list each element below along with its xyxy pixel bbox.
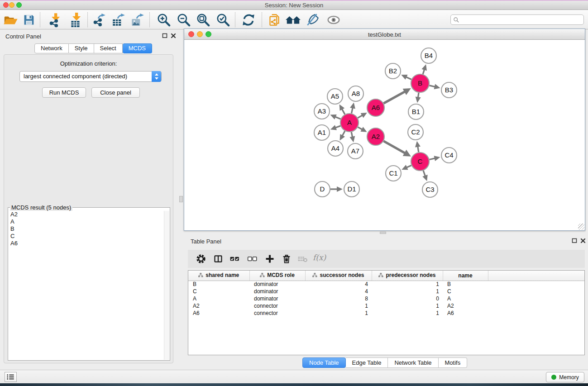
close-panel-button[interactable] bbox=[170, 33, 177, 39]
function-builder-button[interactable]: f(x) bbox=[313, 253, 326, 262]
horizontal-splitter-grip[interactable] bbox=[380, 232, 386, 234]
zoom-out-button[interactable] bbox=[176, 12, 192, 28]
graph-edge-A6-B[interactable] bbox=[384, 91, 406, 103]
column-header-name[interactable]: name bbox=[443, 271, 488, 281]
graph-node-C4[interactable]: C4 bbox=[441, 148, 457, 163]
table-row[interactable]: Bdominator41B bbox=[188, 281, 584, 288]
memory-button[interactable]: Memory bbox=[546, 372, 584, 382]
new-session-from-selection-button[interactable] bbox=[266, 12, 282, 28]
export-image-button[interactable] bbox=[129, 12, 146, 28]
graph-node-B[interactable]: B bbox=[411, 74, 429, 92]
refresh-view-button[interactable] bbox=[240, 12, 257, 28]
toolbar-separator bbox=[40, 12, 40, 27]
tab-select[interactable]: Select bbox=[94, 43, 123, 53]
deselect-all-checkboxes-button[interactable] bbox=[245, 252, 259, 266]
graph-node-B1[interactable]: B1 bbox=[408, 104, 424, 119]
graph-node-D1[interactable]: D1 bbox=[344, 181, 359, 197]
graph-edge-A-A3[interactable] bbox=[335, 117, 341, 119]
graph-edge-B-B2[interactable] bbox=[406, 77, 411, 80]
close-table-panel-button[interactable] bbox=[579, 238, 586, 244]
tab-mcds[interactable]: MCDS bbox=[123, 43, 152, 53]
import-network-button[interactable] bbox=[47, 12, 63, 28]
show-task-history-button[interactable] bbox=[5, 372, 17, 382]
network-graph[interactable]: B4B2BB3A5A8A6B1A3AC2A1A2A4A7C4CC1C3DD1 bbox=[184, 40, 585, 230]
graph-edge-B-B3[interactable] bbox=[429, 86, 435, 87]
graph-edge-A-A8[interactable] bbox=[351, 107, 353, 113]
graph-node-A2[interactable]: A2 bbox=[367, 128, 384, 145]
zoom-selected-button[interactable] bbox=[215, 12, 231, 28]
graph-node-A7[interactable]: A7 bbox=[348, 143, 363, 159]
column-header-predecessor-nodes[interactable]: predecessor nodes bbox=[372, 271, 443, 281]
zoom-fit-button[interactable] bbox=[195, 12, 211, 28]
graph-node-D[interactable]: D bbox=[315, 181, 330, 197]
delete-columns-button[interactable] bbox=[280, 252, 293, 266]
export-network-button[interactable] bbox=[91, 12, 107, 28]
graph-node-C3[interactable]: C3 bbox=[422, 182, 438, 197]
save-session-button[interactable] bbox=[21, 12, 37, 28]
network-canvas[interactable]: B4B2BB3A5A8A6B1A3AC2A1A2A4A7C4CC1C3DD1 bbox=[184, 40, 585, 230]
search-input[interactable] bbox=[459, 17, 583, 23]
export-table-button[interactable] bbox=[110, 12, 127, 28]
graph-node-B4[interactable]: B4 bbox=[421, 48, 436, 63]
add-column-button[interactable] bbox=[263, 252, 277, 266]
float-table-panel-button[interactable] bbox=[571, 238, 578, 244]
tab-style[interactable]: Style bbox=[69, 43, 94, 53]
graph-edge-A2-C[interactable] bbox=[383, 141, 405, 153]
float-panel-button[interactable] bbox=[161, 33, 168, 39]
table-row[interactable]: A2connector11A2 bbox=[188, 302, 584, 310]
graph-edge-C-C2[interactable] bbox=[418, 146, 419, 152]
window-resize-grip[interactable] bbox=[578, 224, 584, 230]
tab-network[interactable]: Network bbox=[34, 43, 69, 53]
graph-node-C[interactable]: C bbox=[411, 152, 429, 171]
mcds-result-item[interactable]: A2 bbox=[9, 211, 163, 218]
column-header-shared-name[interactable]: shared name bbox=[188, 271, 249, 281]
graph-edge-C-C3[interactable] bbox=[423, 171, 425, 176]
import-table-button[interactable] bbox=[67, 12, 84, 28]
mcds-result-item[interactable]: C bbox=[9, 233, 163, 240]
search-box[interactable] bbox=[450, 14, 584, 25]
close-mcds-panel-button[interactable]: Close panel bbox=[91, 87, 140, 98]
table-row[interactable]: Adominator80A bbox=[188, 295, 584, 302]
tab-edge-table[interactable]: Edge Table bbox=[346, 357, 388, 368]
delete-table-button[interactable] bbox=[296, 252, 309, 266]
network-window-titlebar[interactable]: testGlobe.txt bbox=[184, 29, 585, 40]
select-all-checkboxes-button[interactable] bbox=[228, 252, 241, 266]
graph-node-A1[interactable]: A1 bbox=[314, 125, 330, 140]
hide-annotations-button[interactable] bbox=[305, 12, 321, 28]
graph-node-A3[interactable]: A3 bbox=[314, 104, 330, 119]
column-header-successor-nodes[interactable]: successor nodes bbox=[305, 271, 372, 281]
graph-node-A6[interactable]: A6 bbox=[367, 99, 384, 116]
mcds-list-scrollbar[interactable] bbox=[164, 211, 169, 360]
graph-node-A5[interactable]: A5 bbox=[327, 89, 343, 104]
graph-edge-A-A5[interactable] bbox=[342, 109, 345, 114]
table-settings-button[interactable] bbox=[194, 252, 208, 266]
graph-node-C1[interactable]: C1 bbox=[386, 166, 401, 181]
tab-node-table[interactable]: Node Table bbox=[302, 357, 346, 368]
node-table-container[interactable]: shared name MCDS role successor nodes pr… bbox=[188, 270, 585, 355]
graph-node-A4[interactable]: A4 bbox=[328, 141, 343, 156]
graph-node-C2[interactable]: C2 bbox=[408, 124, 423, 140]
main-titlebar[interactable]: Session: New Session bbox=[0, 0, 588, 10]
show-columns-button[interactable] bbox=[211, 252, 225, 266]
vertical-splitter-grip[interactable] bbox=[179, 196, 183, 202]
mcds-result-item[interactable]: A bbox=[9, 218, 163, 225]
mcds-result-item[interactable]: B bbox=[9, 225, 163, 233]
table-row[interactable]: A6connector11A6 bbox=[188, 310, 584, 317]
show-graphics-details-button[interactable] bbox=[325, 12, 342, 28]
criterion-dropdown[interactable]: largest connected component (directed) bbox=[19, 71, 162, 82]
graph-node-A8[interactable]: A8 bbox=[348, 86, 363, 101]
graph-edge-C-C4[interactable] bbox=[430, 158, 435, 160]
tab-network-table[interactable]: Network Table bbox=[388, 357, 438, 368]
column-header-mcds-role[interactable]: MCDS role bbox=[249, 271, 305, 281]
home-button[interactable] bbox=[285, 12, 301, 28]
open-session-button[interactable] bbox=[2, 12, 19, 28]
run-mcds-button[interactable]: Run MCDS bbox=[42, 87, 86, 98]
mcds-result-list[interactable]: A2ABCA6 bbox=[9, 211, 163, 360]
zoom-in-button[interactable] bbox=[156, 12, 172, 28]
mcds-result-item[interactable]: A6 bbox=[9, 240, 163, 247]
tab-motifs[interactable]: Motifs bbox=[439, 357, 468, 368]
table-row[interactable]: Cdominator41C bbox=[188, 288, 584, 295]
graph-node-B3[interactable]: B3 bbox=[441, 82, 457, 98]
graph-node-A[interactable]: A bbox=[340, 114, 359, 132]
graph-node-B2[interactable]: B2 bbox=[385, 63, 401, 79]
